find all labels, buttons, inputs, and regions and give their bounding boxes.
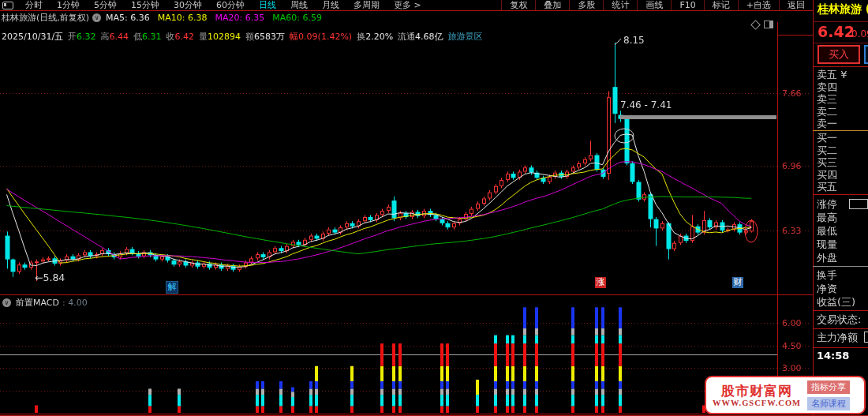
limit-up-label: 涨停	[817, 197, 837, 211]
suspension-bar	[620, 115, 776, 119]
watermark-url: WWW.GSCFW.COM	[706, 399, 807, 407]
watermark-badge-indicator: 指标分享	[807, 380, 850, 394]
tab-fenshi[interactable]: 分时	[18, 0, 50, 10]
ma20-label: MA20: 6.35	[215, 13, 265, 23]
float-cap-value: 流通4.68亿	[398, 31, 443, 43]
macd-axis-600: 6.00	[782, 318, 814, 328]
top-right-menu: 复权 叠加 多股 统计 画线 F10 标记 +自选 返回	[501, 0, 813, 10]
chart-title: 桂林旅游(日线,前复权)	[2, 12, 89, 24]
turnover-label: 换手	[817, 268, 855, 282]
macd-axis-300: 3.00	[782, 363, 814, 373]
sub-panel-header: ∨ 前置MACD : 4.00	[2, 297, 88, 309]
high-value: 高6.44	[101, 31, 129, 43]
peak-price-annotation: 8.15	[623, 35, 645, 46]
price-change: 0.09	[851, 28, 868, 39]
axis-top-line	[777, 35, 813, 36]
ask-levels: 卖五 ¥ 卖四 卖三 卖二 卖一	[817, 69, 847, 130]
low-value: 低6.31	[133, 31, 162, 43]
ma-info-row: 桂林旅游(日线,前复权) ∨ MA5: 6.36 MA10: 6.38 MA20…	[2, 12, 330, 24]
panel-divider	[813, 66, 868, 67]
high-label: 最高	[817, 211, 837, 224]
menu-divider	[0, 10, 813, 11]
close-value: 收6.42	[166, 31, 195, 43]
tab-30min[interactable]: 30分钟	[166, 0, 209, 10]
panel-divider	[813, 194, 868, 195]
bid-levels: 买一 买二 买三 买四 买五	[817, 132, 837, 193]
trade-status-row: 交易状态:	[817, 313, 861, 326]
diamond-icon[interactable]	[752, 21, 759, 28]
chevron-down-icon[interactable]: ∨	[2, 298, 11, 307]
price-axis-line	[777, 22, 778, 414]
tab-5min[interactable]: 5分钟	[87, 0, 124, 10]
menu-tongji[interactable]: 统计	[603, 0, 637, 10]
panel-divider	[813, 328, 868, 329]
sector-tag[interactable]: 旅游景区	[448, 31, 483, 43]
bid-3[interactable]: 买三	[817, 156, 837, 169]
trade-date: 2025/10/31/五	[2, 31, 63, 43]
bottom-edge	[0, 415, 868, 416]
badge-zhang: 涨	[595, 277, 606, 288]
nav-label: 净资	[817, 282, 855, 295]
bid-ask-divider	[813, 130, 868, 131]
ask-5[interactable]: 卖五 ¥	[817, 69, 847, 81]
tab-monthly[interactable]: 月线	[315, 0, 346, 10]
panel-divider	[813, 21, 868, 22]
low-price-annotation: ←5.84	[35, 272, 65, 283]
tab-15min[interactable]: 15分钟	[124, 0, 166, 10]
turnover-value: 换2.20%	[357, 31, 393, 43]
menu-back[interactable]: 返回	[779, 0, 813, 10]
menu-biaoji[interactable]: 标记	[704, 0, 738, 10]
tab-60min[interactable]: 60分钟	[209, 0, 252, 10]
panel-divider	[813, 347, 868, 348]
menu-fuquan[interactable]: 复权	[501, 0, 535, 10]
tab-more[interactable]: 更多 >	[387, 0, 428, 10]
gap-range-annotation: 7.46 - 7.41	[620, 99, 672, 111]
bid-5[interactable]: 买五	[817, 181, 837, 193]
split-window-icon[interactable]	[764, 21, 773, 28]
menu-add-watchlist[interactable]: +自选	[738, 0, 779, 10]
ask-1[interactable]: 卖一	[817, 118, 847, 130]
chevron-down-icon[interactable]: ∨	[92, 13, 101, 22]
limit-up-value-box	[849, 199, 868, 209]
watermark-badge-course: 名师课程	[807, 397, 850, 410]
menu-huaxian[interactable]: 画线	[637, 0, 671, 10]
volume-value: 量102894	[199, 31, 241, 43]
ohlc-info-row: 2025/10/31/五 开6.32 高6.44 低6.31 收6.42 量10…	[2, 31, 488, 43]
ask-2[interactable]: 卖二	[817, 106, 847, 118]
ask-3[interactable]: 卖三	[817, 93, 847, 106]
panel-left-border	[813, 0, 814, 416]
amount-value: 额6583万	[245, 31, 285, 43]
buy-button[interactable]: 买入	[817, 45, 860, 64]
outer-vol-label: 外盘	[817, 251, 837, 264]
indicator-name: 前置MACD	[16, 297, 59, 309]
quote-info-2: 换手 净资 收益(三)	[817, 268, 855, 309]
menu-f10[interactable]: F10	[671, 0, 703, 10]
bid-4[interactable]: 买四	[817, 169, 837, 182]
main-flow-row: 主力净额	[817, 331, 858, 344]
bid-1[interactable]: 买一	[817, 132, 837, 144]
window-icon[interactable]	[2, 2, 13, 9]
badge-cai: 财	[732, 277, 743, 288]
menu-duogu[interactable]: 多股	[569, 0, 603, 10]
menu-diejia[interactable]: 叠加	[535, 0, 569, 10]
tab-weekly[interactable]: 周线	[283, 0, 315, 10]
ma10-label: MA10: 6.38	[158, 13, 208, 23]
low-label: 最低	[817, 224, 837, 238]
change-value: 幅0.09(1.42%)	[290, 31, 352, 43]
chart-canvas[interactable]	[0, 0, 868, 416]
panel-divider	[813, 43, 868, 43]
watermark: 股市财富网 WWW.GSCFW.COM 指标分享 名师课程	[705, 376, 866, 414]
price-axis-766: 7.66	[782, 88, 814, 99]
main-flow-icon	[864, 332, 868, 343]
badge-jie: 解	[166, 281, 178, 294]
macd-axis-450: 4.50	[782, 341, 814, 351]
bid-2[interactable]: 买二	[817, 144, 837, 157]
tab-daily[interactable]: 日线	[252, 0, 283, 10]
tab-1min[interactable]: 1分钟	[50, 0, 87, 10]
panel-divider	[813, 266, 868, 267]
sell-button[interactable]	[864, 45, 868, 64]
ask-4[interactable]: 卖四	[817, 81, 847, 94]
last-price: 6.42	[817, 23, 855, 40]
tab-multi-period[interactable]: 多周期	[346, 0, 387, 10]
cur-vol-label: 现量	[817, 238, 837, 251]
